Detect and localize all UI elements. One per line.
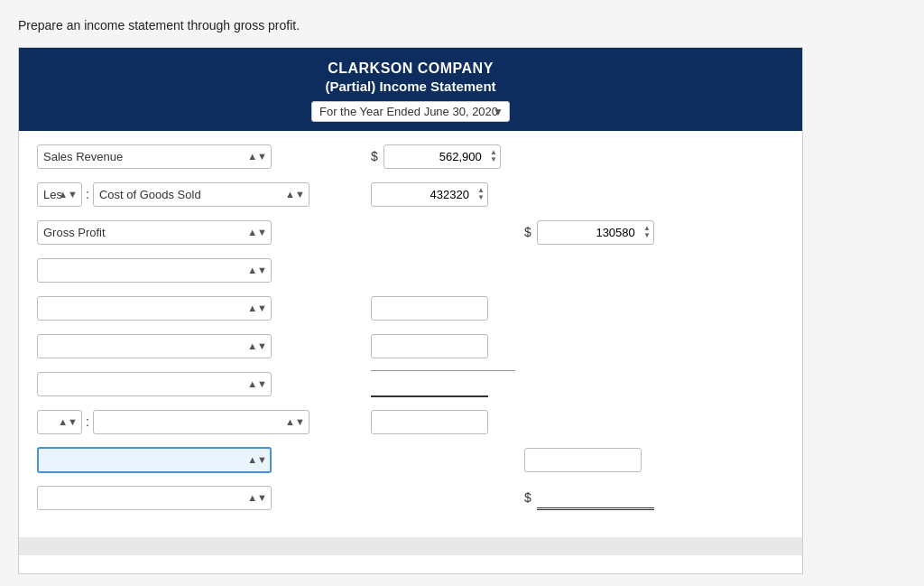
highlight-label-col: ▲▼ — [37, 447, 344, 473]
empty-row-4-amount-input[interactable] — [371, 373, 488, 397]
sales-revenue-input-wrapper: ▲▼ — [383, 144, 501, 169]
empty-row-4-select[interactable] — [37, 372, 272, 396]
date-select-wrapper[interactable]: For the Year Ended June 30, 2020 ▼ — [311, 101, 510, 122]
empty-row-2-amount-input[interactable] — [371, 296, 488, 321]
prefix-empty-amount1 — [371, 410, 515, 434]
cogs-input-wrapper: ▲▼ — [371, 182, 488, 207]
cogs-label-wrapper[interactable]: Cost of Goods Sold ▲▼ — [93, 182, 310, 207]
sales-revenue-amount1-col: $ ▲▼ — [371, 144, 515, 169]
sales-revenue-row: Sales Revenue ▲▼ $ ▲▼ — [37, 140, 784, 172]
sales-revenue-label-col: Sales Revenue ▲▼ — [37, 144, 344, 169]
cogs-row: Less ▲▼ : Cost of Goods Sold ▲▼ ▲▼ — [37, 178, 784, 210]
empty-row-3-label-col: ▲▼ — [37, 334, 344, 358]
empty-row-2: ▲▼ — [37, 292, 784, 324]
empty-row-1-select-wrapper[interactable]: ▲▼ — [37, 258, 272, 283]
date-select[interactable]: For the Year Ended June 30, 2020 — [319, 105, 502, 118]
cogs-separator: : — [86, 187, 89, 201]
prefix-empty-amount-input[interactable] — [371, 410, 488, 434]
sales-revenue-input[interactable] — [383, 144, 501, 169]
empty-row-1: ▲▼ — [37, 254, 784, 286]
cogs-label-col: Less ▲▼ : Cost of Goods Sold ▲▼ — [37, 182, 344, 207]
final-select[interactable] — [37, 486, 272, 510]
empty-row-3-select-wrapper[interactable]: ▲▼ — [37, 334, 272, 358]
gross-profit-label-col: Gross Profit ▲▼ — [37, 220, 344, 245]
cogs-input[interactable] — [371, 182, 488, 207]
instruction-text: Prepare an income statement through gros… — [18, 18, 906, 33]
statement-subtitle: (Partial) Income Statement — [28, 79, 793, 94]
gross-profit-input[interactable] — [537, 220, 654, 245]
gross-profit-select[interactable]: Gross Profit — [37, 220, 272, 245]
empty-row-2-select[interactable] — [37, 296, 272, 321]
empty-row-2-amount1 — [371, 296, 515, 321]
sales-revenue-select[interactable]: Sales Revenue — [37, 144, 272, 169]
highlight-amount2-col — [524, 448, 669, 472]
empty-row-4-amount1 — [371, 370, 515, 397]
final-amount2-col: $ — [524, 485, 669, 510]
statement-header: CLARKSON COMPANY (Partial) Income Statem… — [19, 48, 802, 131]
empty-row-2-label-col: ▲▼ — [37, 296, 344, 321]
cogs-prefix-select[interactable]: Less — [37, 182, 82, 207]
gross-profit-dollar: $ — [524, 225, 531, 239]
company-name: CLARKSON COMPANY — [28, 60, 793, 77]
empty-row-4: ▲▼ — [37, 367, 784, 400]
highlight-amount2-input[interactable] — [524, 448, 642, 472]
prefix-empty-label-col: ▲▼ : ▲▼ — [37, 410, 344, 434]
empty-row-2-select-wrapper[interactable]: ▲▼ — [37, 296, 272, 321]
empty-row-1-select[interactable] — [37, 258, 272, 283]
gross-profit-row: Gross Profit ▲▼ $ ▲▼ — [37, 216, 784, 248]
gross-profit-select-wrapper[interactable]: Gross Profit ▲▼ — [37, 220, 272, 245]
cogs-amount1-col: ▲▼ — [371, 182, 515, 207]
sales-revenue-dollar: $ — [371, 149, 378, 163]
highlight-select-wrapper[interactable]: ▲▼ — [37, 447, 272, 473]
gross-profit-amount2-col: $ ▲▼ — [524, 220, 669, 245]
empty-row-3: ▲▼ — [37, 330, 784, 362]
income-table: Sales Revenue ▲▼ $ ▲▼ Less — [19, 131, 802, 528]
highlight-select[interactable] — [37, 447, 272, 473]
prefix-empty-prefix-wrapper[interactable]: ▲▼ — [37, 410, 82, 434]
prefix-empty-row: ▲▼ : ▲▼ — [37, 405, 784, 438]
prefix-empty-separator: : — [86, 414, 89, 429]
empty-row-3-amount1 — [371, 334, 515, 358]
statement-container: CLARKSON COMPANY (Partial) Income Statem… — [18, 47, 803, 574]
empty-row-3-select[interactable] — [37, 334, 272, 358]
final-select-wrapper[interactable]: ▲▼ — [37, 486, 272, 510]
final-dollar: $ — [524, 490, 531, 505]
final-label-col: ▲▼ — [37, 486, 344, 510]
highlight-row: ▲▼ — [37, 443, 784, 476]
cogs-label-select[interactable]: Cost of Goods Sold — [93, 182, 310, 207]
final-row: ▲▼ $ — [37, 481, 784, 514]
final-amount2-input[interactable] — [537, 485, 654, 510]
prefix-empty-label-wrapper[interactable]: ▲▼ — [93, 410, 310, 434]
prefix-empty-label-select[interactable] — [93, 410, 310, 434]
footer-bar — [19, 537, 802, 555]
prefix-empty-prefix-select[interactable] — [37, 410, 82, 434]
empty-row-1-label-col: ▲▼ — [37, 258, 344, 283]
gross-profit-input-wrapper: ▲▼ — [537, 220, 654, 245]
cogs-prefix-wrapper[interactable]: Less ▲▼ — [37, 182, 82, 207]
empty-row-4-select-wrapper[interactable]: ▲▼ — [37, 372, 272, 396]
empty-row-3-amount-input[interactable] — [371, 334, 488, 358]
empty-row-4-label-col: ▲▼ — [37, 372, 344, 396]
sales-revenue-select-wrapper[interactable]: Sales Revenue ▲▼ — [37, 144, 272, 169]
